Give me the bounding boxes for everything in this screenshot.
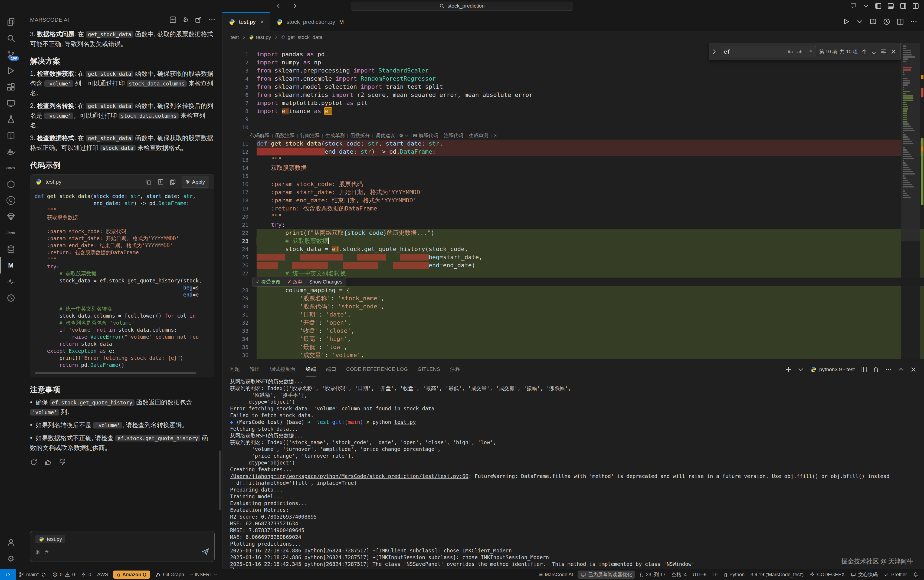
- activity-extensions[interactable]: [0, 79, 21, 95]
- discard-changes-button[interactable]: ✗ 放弃: [287, 278, 303, 286]
- toggle-panel-icon[interactable]: [887, 2, 894, 10]
- use-regex[interactable]: .*: [806, 49, 813, 54]
- codelens-3[interactable]: 生成单测: [325, 132, 345, 140]
- chat-input-box[interactable]: test.py✳#: [30, 531, 214, 562]
- new-chat-icon[interactable]: [169, 16, 177, 23]
- new-terminal-icon[interactable]: [785, 366, 792, 373]
- ai-codelens-1[interactable]: 注释代码: [444, 132, 464, 140]
- activity-pulse-tools[interactable]: [0, 274, 21, 290]
- codelens-0[interactable]: 代码解释: [250, 132, 270, 140]
- customize-layout-icon[interactable]: [912, 2, 919, 10]
- more-editor-actions-icon[interactable]: [910, 18, 917, 25]
- panel-tab-调试控制台[interactable]: 调试控制台: [270, 362, 296, 377]
- copilot-menu-icon[interactable]: [862, 2, 870, 10]
- copilot-chat-icon[interactable]: [850, 2, 857, 10]
- split-editor-icon[interactable]: [896, 18, 904, 25]
- nav-back-icon[interactable]: [276, 2, 283, 10]
- activity-json-tools[interactable]: Json: [0, 225, 21, 241]
- terminal-instance[interactable]: python3.9 - test: [810, 366, 855, 373]
- lens-settings-icon[interactable]: ⚙: [399, 132, 403, 140]
- breadcrumb-test[interactable]: test: [231, 35, 239, 40]
- activity-manage-settings[interactable]: ⚙: [0, 550, 21, 567]
- status-amazon-q[interactable]: QAmazon Q: [113, 570, 150, 578]
- whole-word[interactable]: ab: [796, 49, 803, 54]
- minimap-slider[interactable]: [901, 43, 920, 241]
- sidebar-scrollbar[interactable]: [219, 450, 221, 510]
- status-encoding[interactable]: UTF-8: [690, 569, 710, 580]
- context-file-chip[interactable]: test.py: [35, 535, 65, 543]
- open-preview-icon[interactable]: [870, 18, 877, 25]
- close-tab[interactable]: ×: [261, 18, 264, 25]
- run-dropdown-icon[interactable]: [856, 18, 863, 25]
- activity-database-tools[interactable]: [0, 241, 21, 257]
- codelens-5[interactable]: 调优建议: [375, 132, 395, 140]
- open-in-editor-icon[interactable]: [195, 16, 202, 23]
- dislike-icon[interactable]: [59, 458, 66, 466]
- activity-marscode[interactable]: M: [0, 257, 21, 274]
- status-comate[interactable]: 文心快码: [848, 569, 881, 580]
- activity-cloud-tools[interactable]: [0, 176, 21, 192]
- status-python-interpreter[interactable]: 3.9.19 ('MarsCode_test'): [747, 569, 807, 580]
- command-center-search[interactable]: stock_prediction: [351, 2, 573, 11]
- status-cursor-position[interactable]: 行 23, 列 17: [637, 569, 668, 580]
- more-actions-icon[interactable]: [208, 16, 216, 23]
- panel-tab-终端[interactable]: 终端: [306, 362, 317, 377]
- close-panel-icon[interactable]: [910, 366, 917, 373]
- close-find-icon[interactable]: [890, 48, 897, 55]
- activity-codegeex[interactable]: C: [0, 192, 21, 209]
- run-python-file-icon[interactable]: [842, 18, 850, 25]
- previous-match-icon[interactable]: [861, 48, 868, 55]
- code-editor[interactable]: 1import pandas as pd2import numpy as np3…: [223, 43, 924, 362]
- status-vim-mode[interactable]: -- INSERT --: [187, 569, 220, 580]
- activity-gem-tools[interactable]: [0, 209, 21, 225]
- ai-codelens-2[interactable]: 生成单测: [469, 132, 488, 140]
- activity-search[interactable]: [0, 30, 21, 46]
- codelens-1[interactable]: 函数注释: [275, 132, 295, 140]
- send-button[interactable]: [201, 547, 210, 557]
- panel-tab-问题[interactable]: 问题: [229, 362, 240, 377]
- tab-test.py[interactable]: test.py×: [223, 12, 270, 31]
- activity-testing[interactable]: [0, 111, 21, 127]
- breadcrumb-get_stock_data[interactable]: get_stock_data: [281, 35, 323, 40]
- split-terminal-icon[interactable]: [860, 366, 867, 373]
- panel-tab-注释[interactable]: 注释: [450, 362, 460, 377]
- status-screen-reader-mode[interactable]: 已为屏幕阅读器优化: [578, 570, 635, 578]
- terminal-profiles-icon[interactable]: [797, 366, 804, 373]
- toggle-replace-icon[interactable]: [711, 48, 718, 55]
- lens-menu-icon[interactable]: [404, 133, 409, 138]
- codelens-2[interactable]: 行间注释: [300, 132, 320, 140]
- chat-message-area[interactable]: 3. 数据格式问题: 在 get_stock_data 函数中, 获取的股票数据…: [21, 27, 222, 528]
- like-icon[interactable]: [45, 458, 52, 466]
- nav-forward-icon[interactable]: [290, 2, 297, 10]
- status-remote-indicator[interactable]: [0, 569, 16, 580]
- find-input[interactable]: efAaab.*: [721, 46, 816, 58]
- maximize-panel-icon[interactable]: [898, 366, 904, 373]
- panel-tab-GITLENS[interactable]: GITLENS: [417, 362, 440, 377]
- activity-aws[interactable]: aws: [0, 160, 21, 176]
- panel-tab-CODE REFERENCE LOG[interactable]: CODE REFERENCE LOG: [346, 362, 408, 377]
- breadcrumb-test.py[interactable]: test.py: [249, 35, 271, 40]
- skills-icon[interactable]: ✳: [35, 549, 40, 556]
- status-aws-profile[interactable]: AWS: [94, 569, 111, 580]
- activity-notebook[interactable]: [0, 127, 21, 143]
- insert-code-icon[interactable]: [157, 178, 164, 185]
- new-file-icon[interactable]: [170, 178, 176, 185]
- kill-terminal-icon[interactable]: [873, 366, 879, 373]
- status-codegeex[interactable]: CODEGEEX: [807, 569, 848, 580]
- show-changes-button[interactable]: Show Changes: [309, 278, 342, 286]
- tab-stock_prediction.py[interactable]: stock_prediction.pyM: [270, 12, 350, 31]
- status-problems[interactable]: 00: [49, 569, 78, 580]
- apply-button[interactable]: ✳Apply: [182, 176, 209, 188]
- activity-run-debug[interactable]: [0, 63, 21, 79]
- status-indentation[interactable]: 空格: 4: [668, 569, 690, 580]
- status-prettier[interactable]: Prettier: [881, 569, 910, 580]
- status-port-forward[interactable]: 0: [78, 569, 94, 580]
- activity-remote-explorer[interactable]: [0, 95, 21, 111]
- activity-source-control[interactable]: 10K: [0, 46, 21, 63]
- terminal[interactable]: 从网络获取MSFT的历史数据...获取到的列名: Index(['股票名称', …: [223, 377, 924, 569]
- status-git-graph[interactable]: Git Graph: [152, 569, 187, 580]
- close-codelens[interactable]: ×: [494, 132, 497, 140]
- minimap[interactable]: [901, 43, 920, 362]
- panel-more-actions-icon[interactable]: [885, 366, 892, 373]
- status-git-branch[interactable]: main*: [16, 569, 49, 580]
